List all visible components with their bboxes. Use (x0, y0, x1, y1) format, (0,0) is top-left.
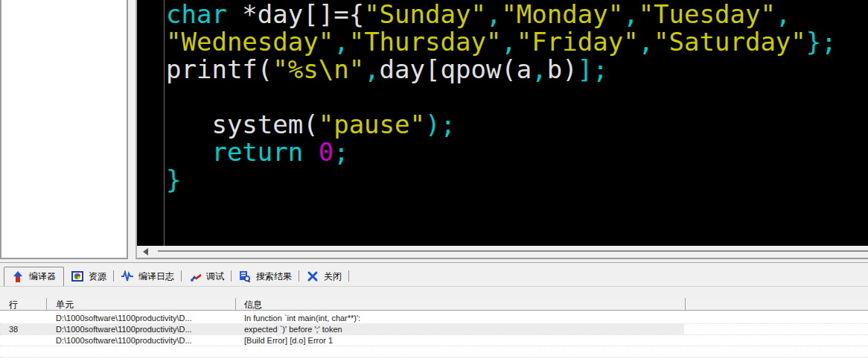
tab-resources[interactable]: 资源 (64, 267, 114, 286)
code-token: }; (806, 27, 837, 57)
table-header: 行 单元 信息 (0, 298, 868, 311)
tab-search-results[interactable]: 搜索结果 (232, 267, 299, 286)
tab-label: 编译器 (29, 270, 56, 283)
code-editor[interactable]: char *day[]={"Sunday","Monday","Tuesday"… (137, 0, 868, 246)
debug-icon (189, 270, 201, 282)
project-browser-panel (0, 0, 128, 259)
cell-unit (47, 346, 236, 357)
cell-message: expected `)' before ';' token (236, 324, 686, 334)
cell-extra (686, 324, 868, 334)
code-token: } (166, 165, 181, 194)
code-token: , (532, 54, 546, 84)
code-token: "%s\n" (272, 54, 364, 84)
code-token: , (486, 0, 501, 29)
code-token: , (364, 54, 379, 84)
code-token: "Wednesday" (166, 27, 334, 57)
code-token: ]; (578, 54, 608, 84)
editor-container: char *day[]={"Sunday","Monday","Tuesday"… (135, 0, 868, 259)
code-token: day[qpow(a (380, 54, 532, 84)
code-token: , (334, 27, 348, 57)
cell-extra (686, 335, 868, 346)
code-token: "Sunday" (364, 0, 486, 29)
table-row[interactable] (0, 346, 868, 358)
tab-label: 调试 (206, 270, 224, 283)
code-token: "Thursday" (349, 27, 502, 57)
cell-line (0, 335, 47, 346)
cell-extra (686, 346, 868, 357)
code-token: , (639, 27, 654, 57)
close-icon (307, 270, 319, 282)
search-results-icon (239, 270, 251, 282)
code-token: system( (166, 109, 319, 139)
scrollbar-thumb[interactable] (158, 250, 868, 252)
cell-unit: D:\1000software\1100productivity\D... (47, 324, 236, 334)
table-row[interactable]: D:\1000software\1100productivity\D...In … (0, 313, 868, 324)
cell-extra (686, 313, 868, 323)
resources-icon (71, 270, 83, 282)
code-token: "Tuesday" (639, 0, 776, 29)
cell-line (0, 346, 47, 357)
scroll-left-arrow-icon[interactable] (143, 248, 148, 255)
table-row[interactable]: 38D:\1000software\1100productivity\D...e… (0, 324, 868, 335)
cell-message (236, 346, 686, 357)
code-line (166, 83, 837, 111)
code-line: printf("%s\n",day[qpow(a,b)]; (166, 56, 837, 83)
code-token: b) (547, 54, 578, 84)
cell-message: [Build Error] [d.o] Error 1 (236, 335, 686, 346)
cell-message: In function `int main(int, char**)': (236, 313, 686, 323)
cell-line: 38 (0, 324, 47, 334)
tab-close[interactable]: 关闭 (299, 267, 349, 286)
compiler-icon (12, 271, 24, 283)
code-token: printf( (166, 54, 272, 84)
tab-label: 搜索结果 (256, 270, 292, 283)
code-token: "Friday" (517, 27, 639, 57)
code-line: "Wednesday","Thursday","Friday","Saturda… (166, 28, 837, 56)
code-line: char *day[]={"Sunday","Monday","Tuesday"… (166, 1, 837, 28)
code-token: , (776, 0, 791, 29)
tab-label: 关闭 (324, 270, 342, 283)
compile-log-icon (121, 270, 133, 282)
gutter-divider (164, 0, 165, 246)
code-token: 0 (319, 137, 334, 167)
report-tab-bar: 编译器资源编译日志调试搜索结果关闭 (0, 263, 868, 287)
code-line: } (166, 166, 837, 194)
code-token: "Saturday" (654, 27, 806, 57)
code-token: return (211, 137, 303, 167)
tab-label: 资源 (89, 270, 106, 283)
compiler-output-table: 行 单元 信息 D:\1000software\1100productivity… (0, 298, 868, 362)
code-text: char *day[]={"Sunday","Monday","Tuesday"… (166, 1, 837, 194)
table-row[interactable]: D:\1000software\1100productivity\D...[Bu… (0, 335, 868, 346)
code-token: "Monday" (501, 0, 623, 29)
column-header-message[interactable]: 信息 (236, 298, 686, 310)
code-token: , (623, 0, 638, 29)
tab-compile-log[interactable]: 编译日志 (114, 267, 182, 286)
code-token (166, 137, 211, 167)
code-token: ); (425, 109, 456, 139)
horizontal-scrollbar[interactable] (137, 246, 868, 258)
tab-label: 编译日志 (138, 270, 174, 283)
code-token: char (166, 0, 227, 29)
code-token: "pause" (319, 109, 425, 139)
cell-line (0, 313, 47, 323)
cell-unit: D:\1000software\1100productivity\D... (47, 313, 236, 323)
code-line: system("pause"); (166, 111, 837, 139)
code-token (303, 137, 318, 167)
column-header-line[interactable]: 行 (0, 298, 47, 310)
code-token: , (501, 27, 516, 57)
column-header-extra[interactable] (686, 298, 868, 310)
cell-unit: D:\1000software\1100productivity\D... (47, 335, 236, 346)
column-header-unit[interactable]: 单元 (47, 298, 236, 310)
code-token: *day[]={ (227, 0, 364, 29)
table-body: D:\1000software\1100productivity\D...In … (0, 311, 868, 358)
code-token: ; (334, 137, 348, 167)
tab-compiler[interactable]: 编译器 (4, 267, 64, 286)
code-line: return 0; (166, 139, 837, 166)
tab-debug[interactable]: 调试 (182, 267, 232, 286)
report-panel: 编译器资源编译日志调试搜索结果关闭 行 单元 信息 D:\1000softwar… (0, 262, 868, 362)
